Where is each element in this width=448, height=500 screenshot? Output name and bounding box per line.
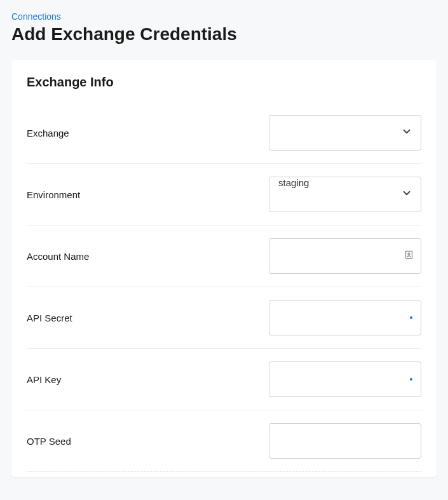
otp-seed-input[interactable]	[269, 423, 421, 459]
api-secret-input[interactable]	[269, 300, 421, 335]
exchange-select[interactable]	[269, 115, 421, 151]
label-api-secret: API Secret	[27, 313, 72, 323]
label-otp-seed: OTP Seed	[27, 436, 71, 447]
api-key-input[interactable]	[269, 361, 421, 397]
row-account-name: Account Name	[27, 226, 421, 287]
label-environment: Environment	[27, 189, 80, 200]
row-api-secret: API Secret	[27, 287, 421, 349]
label-exchange: Exchange	[27, 128, 69, 139]
account-name-input[interactable]	[269, 238, 421, 274]
exchange-info-card: Exchange Info Exchange Environment stagi…	[11, 60, 437, 477]
environment-select[interactable]: staging	[269, 177, 421, 212]
breadcrumb-connections[interactable]: Connections	[11, 11, 437, 22]
page-title: Add Exchange Credentials	[11, 24, 437, 44]
label-account-name: Account Name	[27, 251, 89, 262]
row-exchange: Exchange	[27, 102, 421, 164]
label-api-key: API Key	[27, 374, 61, 385]
row-api-key: API Key	[27, 349, 421, 410]
row-otp-seed: OTP Seed	[27, 410, 421, 472]
row-environment: Environment staging	[27, 164, 421, 226]
card-title: Exchange Info	[27, 75, 421, 90]
